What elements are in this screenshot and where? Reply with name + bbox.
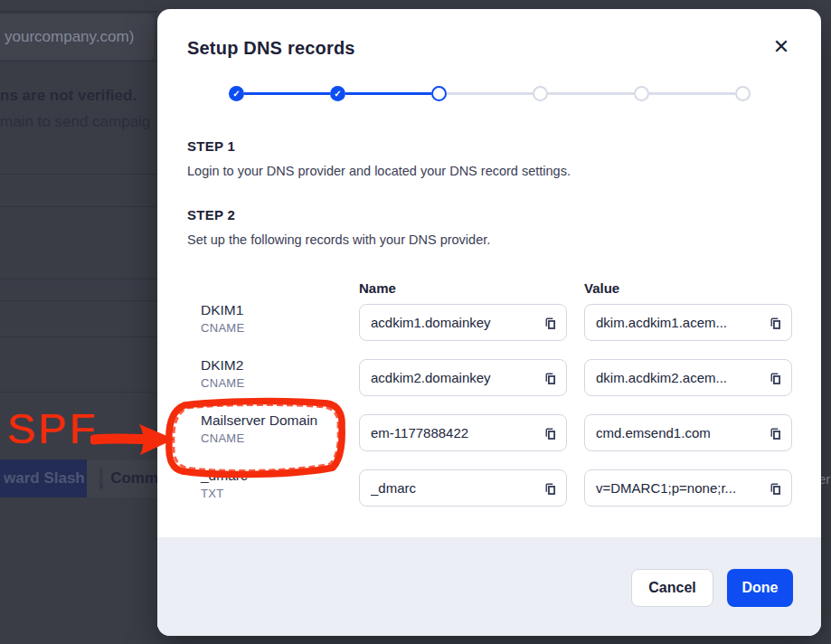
copy-icon[interactable] (763, 371, 782, 385)
background-domain-input: yourcompany.com) (0, 14, 154, 60)
check-icon: ✓ (232, 90, 240, 99)
dkim1-name-field (359, 304, 567, 341)
step-indicator-2: ✓ (330, 86, 345, 101)
copy-icon[interactable] (538, 426, 557, 440)
copy-icon[interactable] (763, 426, 782, 440)
step-connector (244, 92, 330, 95)
mailserver-value-input[interactable] (596, 425, 763, 440)
record-type: CNAME (201, 376, 359, 390)
step1-body: Login to your DNS provider and located y… (187, 164, 571, 178)
modal-footer: Cancel Done (157, 537, 821, 636)
modal-title: Setup DNS records (187, 38, 355, 59)
dkim2-value-input[interactable] (596, 370, 763, 385)
comma-key-icon: , (99, 468, 103, 490)
mailserver-name-field (359, 414, 567, 451)
step1-heading: STEP 1 (187, 138, 235, 154)
background-row-divider (0, 174, 157, 175)
step-indicator-5: ✓ (634, 86, 649, 101)
step-indicator-1: ✓ (229, 86, 244, 101)
done-button[interactable]: Done (727, 569, 793, 607)
background-warning-text: main to send campaig (0, 113, 150, 131)
setup-dns-modal: Setup DNS records ✕ ✓ ✓ ✓ ✓ ✓ ✓ STEP 1 L… (157, 9, 821, 636)
record-name: DKIM2 (201, 357, 359, 374)
dns-records-table: DKIM1 CNAME DKIM2 CNAME (201, 304, 792, 507)
mailserver-value-field (584, 414, 792, 451)
copy-icon[interactable] (538, 481, 557, 496)
copy-icon[interactable] (538, 371, 557, 385)
check-icon: ✓ (334, 90, 341, 99)
step-connector (649, 92, 735, 95)
background-row-divider (0, 300, 157, 301)
dkim2-name-input[interactable] (371, 370, 538, 385)
copy-icon[interactable] (763, 316, 782, 330)
record-type: CNAME (201, 321, 359, 335)
dmarc-name-input[interactable] (371, 480, 538, 496)
dkim2-name-field (359, 359, 567, 396)
background-forward-slash-label: ward Slash (4, 469, 85, 488)
dmarc-value-field (584, 469, 792, 507)
close-icon[interactable]: ✕ (768, 33, 795, 61)
background-row-divider (0, 392, 157, 393)
record-label-mailserver-domain: Mailserver Domain CNAME (201, 412, 359, 445)
background-domain-text: yourcompany.com) (5, 28, 134, 46)
step2-heading: STEP 2 (187, 207, 235, 223)
background-topbar-edge (0, 11, 157, 13)
step-indicator-3: ✓ (431, 86, 447, 101)
background-comma-label: Comm (110, 469, 158, 488)
dkim1-value-input[interactable] (596, 315, 763, 330)
record-type: TXT (201, 487, 359, 500)
background-warning-title: ns are not verified. (0, 87, 137, 105)
record-label-dkim1: DKIM1 CNAME (201, 302, 359, 335)
dkim2-value-field (584, 359, 792, 396)
step-connector (447, 92, 533, 95)
record-label-dkim2: DKIM2 CNAME (201, 357, 359, 390)
record-type: CNAME (201, 431, 359, 445)
background-row-divider (0, 279, 157, 279)
copy-icon[interactable] (538, 316, 557, 330)
dkim1-value-field (584, 304, 792, 341)
record-label-dmarc: _dmarc TXT (201, 468, 359, 500)
dkim1-name-input[interactable] (371, 315, 538, 330)
background-divider (0, 61, 157, 62)
background-forward-slash-button: ward Slash (0, 459, 87, 497)
annotation-arrow-icon (90, 418, 177, 465)
background-row-divider (0, 336, 157, 337)
record-name: DKIM1 (201, 302, 359, 318)
cancel-button[interactable]: Cancel (631, 569, 713, 607)
progress-stepper: ✓ ✓ ✓ ✓ ✓ ✓ (229, 86, 751, 101)
step-connector (345, 92, 431, 95)
screen: yourcompany.com) ns are not verified. ma… (0, 0, 831, 644)
background-comma-option: , Comm (87, 459, 157, 497)
step-indicator-4: ✓ (533, 86, 548, 101)
background-row-divider (0, 206, 157, 207)
record-name: Mailserver Domain (201, 412, 359, 429)
step-indicator-6: ✓ (735, 86, 751, 101)
dmarc-name-field (359, 469, 567, 507)
record-name: _dmarc (201, 468, 359, 484)
name-column-header: Name (359, 280, 396, 296)
step2-body: Set up the following records with your D… (187, 232, 490, 247)
copy-icon[interactable] (763, 481, 782, 496)
spf-annotation-label: SPF (7, 405, 98, 452)
mailserver-name-input[interactable] (371, 425, 538, 440)
dmarc-value-input[interactable] (596, 480, 763, 496)
step-connector (548, 92, 634, 95)
value-column-header: Value (584, 280, 619, 296)
